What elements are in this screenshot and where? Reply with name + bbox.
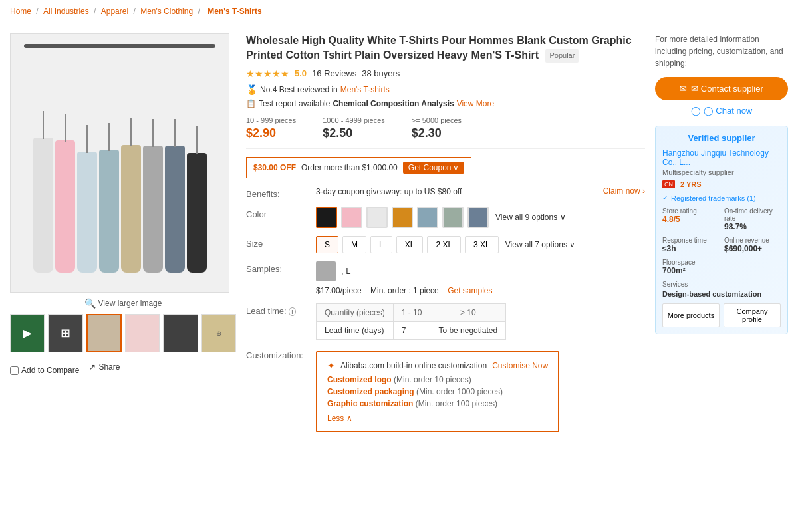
trademark-row: ✓ Registered trademarks (1)	[662, 194, 781, 202]
size-button[interactable]: 3 XL	[465, 236, 499, 253]
coupon-chevron-icon: ∨	[453, 163, 459, 172]
size-button[interactable]: XL	[396, 236, 424, 253]
view-all-colors[interactable]: View all 9 options ∨	[495, 213, 566, 222]
medal-icon: 🏅	[246, 84, 257, 95]
color-swatch[interactable]	[392, 207, 413, 228]
stat-value: $690,000+	[724, 244, 781, 253]
price-tier-2: 1000 - 4999 pieces $2.50	[323, 116, 385, 140]
custom-item-1: Customized packaging (Min. order 1000 pi…	[327, 387, 548, 396]
price-range-1: 10 - 999 pieces	[246, 116, 296, 124]
stat-label: Response time	[662, 237, 719, 244]
view-all-sizes[interactable]: View all 7 options ∨	[505, 240, 576, 249]
lead-time-row: Lead time: i Quantity (pieces) 1 - 10 > …	[246, 303, 645, 340]
sample-preview: , L	[316, 261, 645, 281]
color-swatch[interactable]	[417, 207, 438, 228]
pricing-section: 10 - 999 pieces $2.90 1000 - 4999 pieces…	[246, 116, 645, 149]
size-button[interactable]: 2 XL	[427, 236, 461, 253]
chat-now-button[interactable]: ◯ ◯ Chat now	[655, 106, 788, 116]
stat-value: ≤3h	[662, 244, 719, 253]
buyers-count: 38 buyers	[362, 68, 400, 78]
thumb-grid[interactable]: ⊞	[48, 314, 82, 352]
tshirt-item	[121, 145, 141, 273]
custom-header: ✦ Alibaba.com build-in online customizat…	[327, 360, 548, 371]
color-swatch[interactable]	[366, 207, 388, 228]
lt-row-0-1: 7	[393, 321, 430, 339]
custom-item-0: Customized logo (Min. order 10 pieces)	[327, 375, 548, 384]
stat-value: 4.8/5	[662, 215, 719, 224]
product-title: Wholesale High Quality White T-Shirts Po…	[246, 33, 645, 63]
size-options: SMLXL2 XL3 XLView all 7 options ∨	[316, 236, 645, 253]
samples-content: , L $17.00/piece Min. order : 1 piece Ge…	[316, 261, 645, 295]
price-tier-1: 10 - 999 pieces $2.90	[246, 116, 296, 140]
share-label: Share	[98, 362, 120, 372]
samples-row: Samples: , L $17.00/piece Min. order : 1…	[246, 261, 645, 295]
supplier-meta: CN 2 YRS	[662, 180, 781, 188]
stat-label: Online revenue	[724, 237, 781, 244]
benefits-row: Benefits: 3-day coupon giveaway: up to U…	[246, 186, 645, 199]
color-swatch[interactable]	[442, 207, 464, 228]
thumb-accessories[interactable]: ⊕	[201, 314, 236, 352]
share-button[interactable]: ↗ Share	[89, 362, 120, 372]
size-button[interactable]: L	[370, 236, 392, 253]
years-badge: 2 YRS	[680, 180, 702, 188]
chat-icon: ◯	[691, 106, 701, 116]
less-button[interactable]: Less ∧	[327, 414, 352, 423]
contact-supplier-button[interactable]: ✉ ✉ Contact supplier	[655, 77, 788, 100]
customise-now-link[interactable]: Customise Now	[492, 361, 548, 370]
thumb-dark[interactable]	[163, 314, 198, 352]
supplier-type: Multispecialty supplier	[662, 168, 781, 176]
main-product-image[interactable]	[10, 33, 229, 293]
search-icon: 🔍	[84, 298, 96, 309]
lead-time-table-row: Lead time (days) 7 To be negotiated	[317, 321, 506, 339]
tshirt-item	[187, 153, 207, 273]
color-swatch[interactable]	[341, 207, 362, 228]
compare-checkbox[interactable]	[10, 366, 19, 375]
size-label: Size	[246, 236, 306, 249]
breadcrumb-mens-clothing[interactable]: Men's Clothing	[140, 7, 193, 16]
trademark-text: Registered trademarks (1)	[671, 194, 756, 202]
more-products-button[interactable]: More products	[662, 303, 720, 327]
customization-box: ✦ Alibaba.com build-in online customizat…	[316, 351, 559, 432]
test-report-link[interactable]: View More	[457, 99, 494, 108]
breadcrumb-home[interactable]: Home	[10, 7, 31, 16]
color-swatch[interactable]	[316, 207, 337, 228]
coupon-off-text: $30.00 OFF	[253, 163, 296, 172]
size-button[interactable]: M	[342, 236, 366, 253]
sample-price-val: $17.00/piece	[316, 286, 362, 295]
claim-now-link[interactable]: Claim now ›	[603, 186, 645, 196]
price-val-1: $2.90	[246, 126, 296, 140]
thumb-main[interactable]	[86, 314, 122, 352]
color-swatch[interactable]	[467, 207, 489, 228]
best-reviewed-link[interactable]: Men's T-shirts	[340, 85, 390, 94]
coupon-condition: Order more than $1,000.00	[301, 163, 398, 172]
add-to-compare-label[interactable]: Add to Compare	[10, 366, 79, 375]
breadcrumb-apparel[interactable]: Apparel	[101, 7, 128, 16]
star-rating: ★★★★★	[246, 68, 289, 79]
thumbnail-row: ▶ ⊞ ⊕	[10, 314, 236, 352]
get-coupon-button[interactable]: Get Coupon ∨	[403, 162, 464, 174]
benefits-content: 3-day coupon giveaway: up to US $80 off …	[316, 186, 645, 196]
supplier-stats-grid: Store rating4.8/5On-time delivery rate98…	[662, 207, 781, 253]
lt-header-2: > 10	[430, 303, 506, 321]
supplier-col: For more detailed information including …	[655, 33, 788, 440]
compare-share-row: Add to Compare ↗ Share	[10, 359, 236, 375]
size-button[interactable]: S	[316, 236, 338, 253]
sample-min-order: Min. order : 1 piece	[370, 286, 439, 295]
size-content: SMLXL2 XL3 XLView all 7 options ∨	[316, 236, 645, 253]
view-larger-image[interactable]: 🔍 View larger image	[10, 298, 236, 309]
test-report-text: Test report available	[259, 99, 330, 108]
reviews-link[interactable]: 16 Reviews	[312, 68, 356, 78]
get-samples-link[interactable]: Get samples	[448, 286, 492, 295]
breadcrumb-all-industries[interactable]: All Industries	[43, 7, 89, 16]
lead-time-label: Lead time: i	[246, 303, 306, 316]
tshirt-display	[11, 47, 229, 279]
report-icon: 📋	[246, 99, 256, 108]
thumb-pink[interactable]	[125, 314, 160, 352]
company-profile-button[interactable]: Company profile	[724, 303, 781, 327]
supplier-name[interactable]: Hangzhou Jingqiu Technology Co., L...	[662, 148, 781, 167]
thumb-video[interactable]: ▶	[10, 314, 45, 352]
color-label: Color	[246, 207, 306, 219]
breadcrumb-current: Men's T-Shirts	[207, 7, 262, 16]
lead-time-info-icon[interactable]: i	[289, 307, 295, 316]
services-val: Design-based customization	[662, 290, 781, 298]
